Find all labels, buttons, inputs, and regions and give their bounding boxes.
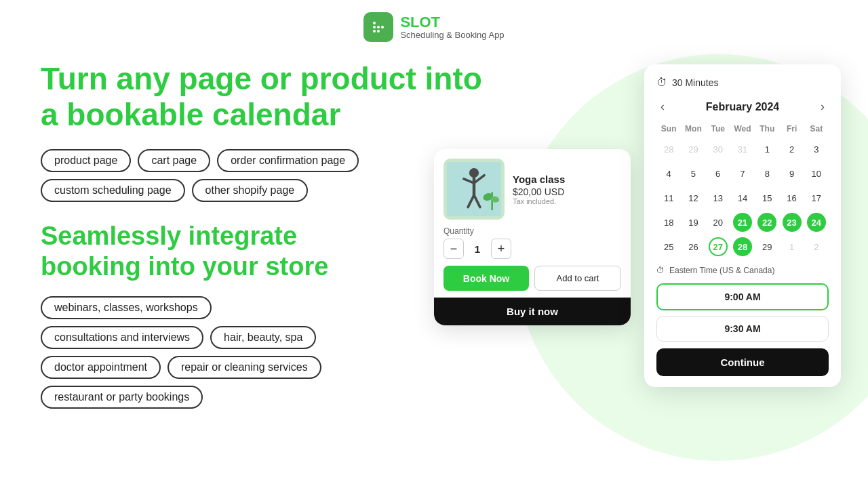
product-info: Yoga class $20,00 USD Tax included. (513, 174, 621, 205)
quantity-decrease-button[interactable]: − (443, 239, 464, 259)
day-of-week-label: Wed (730, 122, 755, 137)
header: SLOT Scheduling & Booking App (0, 0, 868, 50)
calendar-day[interactable]: 18 (656, 210, 681, 235)
use-case-tags-row-4: restaurant or party bookings (41, 386, 529, 409)
tag-product-page: product page (41, 149, 131, 172)
calendar-week-row: 18192021222324 (656, 210, 829, 235)
day-of-week-label: Fri (779, 122, 804, 137)
calendar-week-row: 45678910 (656, 161, 829, 186)
logo-icon (363, 12, 393, 42)
continue-button[interactable]: Continue (656, 348, 829, 376)
calendar-day[interactable]: 1 (755, 137, 779, 161)
calendar-day[interactable]: 29 (755, 235, 779, 259)
calendar-day[interactable]: 1 (779, 235, 804, 259)
product-card: Yoga class $20,00 USD Tax included. Quan… (434, 149, 631, 325)
tag-doctor: doctor appointment (41, 356, 161, 379)
calendar-day[interactable]: 24 (804, 210, 829, 235)
calendar-day[interactable]: 28 (656, 137, 681, 161)
calendar-day[interactable]: 13 (706, 186, 730, 210)
hero-headline: Turn any page or product into a bookable… (41, 61, 529, 133)
tag-order-confirmation: order confirmation page (217, 149, 359, 172)
duration-row: ⏱ 30 Minutes (656, 77, 829, 89)
tag-cart-page: cart page (138, 149, 210, 172)
tag-custom-scheduling: custom scheduling page (41, 179, 185, 202)
time-slot[interactable]: 9:00 AM (656, 283, 829, 310)
calendar-day[interactable]: 30 (706, 137, 730, 161)
product-price: $20,00 USD (513, 186, 621, 197)
quantity-label: Quantity (434, 226, 631, 239)
book-now-button[interactable]: Book Now (443, 266, 529, 291)
calendar-day[interactable]: 28 (730, 235, 755, 259)
calendar-day[interactable]: 6 (706, 161, 730, 186)
calendar-day[interactable]: 9 (779, 161, 804, 186)
calendar-day[interactable]: 8 (755, 161, 779, 186)
tag-hair-beauty: hair, beauty, spa (210, 326, 316, 349)
calendar-nav: ‹ February 2024 › (656, 98, 829, 115)
add-to-cart-button[interactable]: Add to cart (534, 266, 621, 291)
svg-point-6 (373, 22, 376, 24)
calendar-day[interactable]: 17 (804, 186, 829, 210)
calendar-day[interactable]: 21 (730, 210, 755, 235)
timezone-clock-icon: ⏱ (656, 266, 665, 275)
svg-point-2 (377, 26, 380, 28)
product-image (443, 159, 505, 220)
calendar-day[interactable]: 11 (656, 186, 681, 210)
quantity-value: 1 (471, 243, 484, 255)
calendar-day[interactable]: 3 (804, 137, 829, 161)
calendar-day[interactable]: 12 (681, 186, 705, 210)
calendar-day[interactable]: 15 (755, 186, 779, 210)
calendar-day[interactable]: 14 (730, 186, 755, 210)
calendar-day[interactable]: 2 (779, 137, 804, 161)
svg-point-3 (381, 26, 384, 28)
svg-point-1 (373, 26, 376, 28)
calendar-day[interactable]: 19 (681, 210, 705, 235)
calendar-day[interactable]: 7 (730, 161, 755, 186)
clock-icon: ⏱ (656, 77, 667, 89)
day-of-week-label: Mon (681, 122, 705, 137)
tag-consultations: consultations and interviews (41, 326, 203, 349)
calendar-day[interactable]: 5 (681, 161, 705, 186)
prev-month-button[interactable]: ‹ (656, 98, 669, 115)
quantity-increase-button[interactable]: + (491, 239, 511, 259)
day-of-week-label: Tue (706, 122, 730, 137)
calendar-header-row: SunMonTueWedThuFriSat (656, 122, 829, 137)
calendar-day[interactable]: 31 (730, 137, 755, 161)
time-slots: 9:00 AM9:30 AM (656, 283, 829, 342)
svg-point-4 (373, 30, 376, 33)
calendar-week-row: 11121314151617 (656, 186, 829, 210)
use-case-tags-row-3: doctor appointment repair or cleaning se… (41, 356, 529, 379)
calendar-card: ⏱ 30 Minutes ‹ February 2024 › SunMonTue… (644, 64, 841, 387)
use-case-tags-row-2: consultations and interviews hair, beaut… (41, 326, 529, 349)
day-of-week-label: Thu (755, 122, 779, 137)
next-month-button[interactable]: › (816, 98, 829, 115)
svg-point-5 (377, 30, 380, 33)
calendar-day[interactable]: 22 (755, 210, 779, 235)
day-of-week-label: Sun (656, 122, 681, 137)
time-slot[interactable]: 9:30 AM (656, 316, 829, 342)
calendar-day[interactable]: 25 (656, 235, 681, 259)
calendar-day[interactable]: 2 (804, 235, 829, 259)
calendar-week-row: 28293031123 (656, 137, 829, 161)
timezone-label: Eastern Time (US & Canada) (669, 266, 774, 275)
product-tax-note: Tax included. (513, 197, 621, 205)
tag-webinars: webinars, classes, workshops (41, 296, 212, 319)
calendar-day[interactable]: 4 (656, 161, 681, 186)
calendar-day[interactable]: 10 (804, 161, 829, 186)
calendar-day[interactable]: 29 (681, 137, 705, 161)
calendar-month-label: February 2024 (706, 101, 780, 113)
logo-name: SLOT (400, 15, 504, 30)
logo-text: SLOT Scheduling & Booking App (400, 15, 504, 40)
calendar-day[interactable]: 23 (779, 210, 804, 235)
calendar-day[interactable]: 20 (706, 210, 730, 235)
calendar-day[interactable]: 26 (681, 235, 705, 259)
buy-it-now-button[interactable]: Buy it now (434, 298, 631, 325)
product-name: Yoga class (513, 174, 621, 185)
calendar-day[interactable]: 16 (779, 186, 804, 210)
quantity-row: − 1 + (434, 239, 631, 266)
bottom-actions: Continue (656, 348, 829, 376)
calendar-grid: SunMonTueWedThuFriSat 282930311234567891… (656, 122, 829, 259)
calendar-day[interactable]: 27 (706, 235, 730, 259)
logo-subtitle: Scheduling & Booking App (400, 30, 504, 40)
product-top: Yoga class $20,00 USD Tax included. (434, 149, 631, 226)
calendar-week-row: 252627282912 (656, 235, 829, 259)
